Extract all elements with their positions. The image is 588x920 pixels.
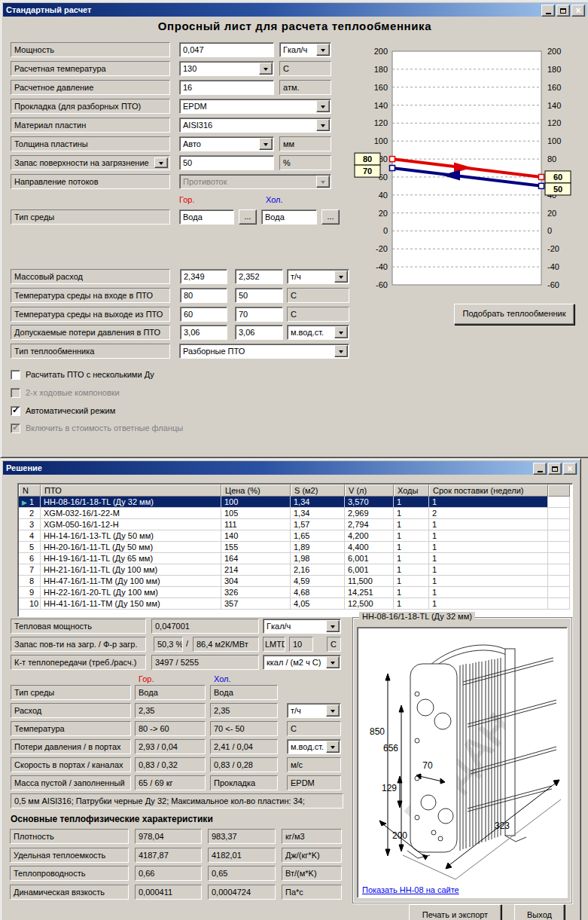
table-cell: НН-08-16/1-18-TL (Ду 32 мм) (41, 497, 221, 508)
table-row[interactable]: ▶1НН-08-16/1-18-TL (Ду 32 мм)1001,343,57… (19, 497, 571, 508)
mass-flow-unit-value: т/ч (291, 272, 301, 281)
temperature-unit-result: C (287, 721, 341, 736)
column-header[interactable]: V (л) (345, 484, 394, 497)
table-row[interactable]: 3XGM-050-16/1-12-H1111,572,79411 (19, 519, 571, 530)
label-heat-capacity: Удельная теплоемкость (10, 848, 129, 863)
temp-inlet-hot-input[interactable]: 80 (180, 288, 227, 303)
dropdown-arrow-icon[interactable] (326, 656, 340, 668)
calc-temperature-unit: C (279, 61, 331, 76)
endpoint-marker[interactable] (390, 157, 395, 162)
hx-type-select[interactable]: Разборные ПТО (179, 344, 349, 359)
label-plate-thickness: Толщина пластины (11, 136, 170, 151)
print-export-button[interactable]: Печать и экспорт (409, 904, 501, 920)
dropdown-arrow-icon[interactable] (326, 620, 340, 632)
show-on-site-link[interactable]: Показать НН-08 на сайте (362, 885, 459, 894)
window-controls: × (540, 5, 585, 17)
label-power: Мощность (11, 42, 170, 57)
pressure-drop-hot-input[interactable]: 3,06 (180, 325, 227, 340)
maximize-button[interactable] (556, 5, 570, 17)
table-row[interactable]: 2XGM-032-16/1-22-M1051,342,96912 (19, 508, 571, 519)
titlebar-solution[interactable]: Решение × (3, 461, 578, 475)
power-unit-select[interactable]: Гкал/ч (279, 42, 331, 57)
column-header[interactable]: Цена (%) (221, 484, 291, 497)
dropdown-arrow-icon[interactable] (326, 705, 340, 717)
titlebar-standard-calc[interactable]: Стандартный расчет × (3, 3, 586, 17)
calc-pressure-input[interactable]: 16 (179, 80, 274, 95)
mass-flow-cold-input[interactable]: 2,352 (235, 269, 283, 284)
dropdown-arrow-icon[interactable] (334, 270, 348, 283)
minimize-button[interactable] (541, 5, 555, 17)
column-header[interactable]: S (м2) (291, 484, 345, 497)
medium-type-cold-browse-button[interactable]: ... (321, 209, 340, 225)
select-exchanger-button[interactable]: Подобрать теплообменник (454, 304, 574, 325)
label-conductivity: Теплопроводность (10, 866, 129, 881)
plate-material-select[interactable]: AISI316 (179, 118, 331, 133)
dropdown-arrow-icon[interactable] (316, 44, 330, 56)
table-row[interactable]: 7НН-21-16/1-11-TL (Ду 100 мм)2142,166,00… (19, 564, 571, 576)
surface-margin-input[interactable]: 50 (179, 155, 274, 170)
calc-temperature-select[interactable]: 130 (179, 61, 274, 76)
temp-inlet-cold-input[interactable]: 50 (235, 288, 283, 303)
column-header[interactable]: N (19, 484, 41, 497)
y-axis-tick-left: -60 (376, 280, 388, 289)
table-row[interactable]: 4НН-14-16/1-13-TL (Ду 50 мм)1401,654,200… (19, 530, 571, 542)
calc-temperature-value: 130 (183, 64, 197, 73)
table-header-row: NПТОЦена (%)S (м2)V (л)ХодыСрок поставки… (19, 484, 571, 497)
calc-pressure-unit: атм. (279, 80, 331, 95)
close-button[interactable]: × (571, 5, 585, 17)
dropdown-arrow-icon[interactable] (259, 63, 273, 75)
pressure-loss-unit-select[interactable]: м.вод.ст. (287, 739, 341, 754)
checkbox-include-flanges-label: Включить в стоимость ответные фланцы (26, 423, 183, 433)
dropdown-arrow-icon[interactable] (334, 326, 348, 338)
temp-outlet-hot-input[interactable]: 60 (180, 307, 227, 322)
table-row[interactable]: 8НН-47-16/1-11-TM (Ду 100 мм)3044,5911,5… (19, 576, 571, 587)
flow-unit-select[interactable]: т/ч (287, 703, 341, 718)
mass-flow-hot-input[interactable]: 2,349 (180, 269, 227, 284)
table-cell: 14,251 (345, 587, 394, 598)
column-header[interactable]: Срок поставки (недели) (429, 484, 548, 497)
medium-type-cold-input[interactable]: Вода (261, 209, 317, 225)
table-row[interactable]: 5НН-20-16/1-11-TL (Ду 50 мм)1551,894,400… (19, 542, 571, 553)
mass-flow-unit-select[interactable]: т/ч (287, 269, 349, 284)
dropdown-arrow-icon[interactable] (259, 138, 273, 150)
table-row[interactable]: 10НН-41-16/1-11-TM (Ду 150 мм)3574,0512,… (19, 598, 571, 610)
maximize-button[interactable] (548, 463, 562, 475)
endpoint-marker[interactable] (539, 174, 544, 179)
gasket-select[interactable]: EPDM (179, 99, 331, 114)
dropdown-arrow-icon[interactable] (316, 100, 330, 112)
plate-thickness-select[interactable]: Авто (179, 136, 274, 151)
close-button[interactable]: × (563, 463, 577, 475)
y-axis-tick-left: 120 (374, 118, 388, 127)
medium-type-hot-input[interactable]: Вода (179, 209, 234, 225)
maximize-icon (560, 8, 566, 14)
endpoint-marker[interactable] (539, 183, 544, 188)
dropdown-arrow-icon[interactable] (316, 119, 330, 131)
endpoint-marker[interactable] (390, 166, 395, 171)
minimize-button[interactable] (533, 463, 547, 475)
k-transfer-unit-select[interactable]: ккал / (м2 ч С) (263, 655, 341, 670)
table-row[interactable]: 9НН-22-16/1-20-TL (Ду 100 мм)3264,6814,2… (19, 587, 571, 598)
pressure-drop-unit-select[interactable]: м.вод.ст. (287, 325, 349, 340)
checkbox-include-flanges (11, 423, 20, 433)
dropdown-arrow-icon (316, 176, 330, 188)
label-medium-type: Тип среды (11, 209, 170, 225)
column-header[interactable]: Ходы (394, 484, 429, 497)
pressure-drop-cold-input[interactable]: 3,06 (235, 325, 283, 340)
dropdown-arrow-icon[interactable] (334, 345, 348, 357)
power-input[interactable]: 0,047 (179, 42, 274, 57)
dropdown-arrow-icon[interactable] (326, 741, 340, 753)
table-row[interactable]: 6НН-19-16/1-11-TL (Ду 65 мм)1641,986,001… (19, 553, 571, 564)
hot-column-header: Гор. (179, 195, 195, 204)
dropdown-arrow-icon[interactable] (154, 157, 168, 168)
checkbox-auto-mode[interactable] (11, 406, 20, 416)
checkbox-multi-du[interactable] (11, 370, 20, 380)
medium-type-hot-browse-button[interactable]: ... (239, 209, 257, 225)
column-header[interactable]: ПТО (41, 484, 221, 497)
table-cell: 1 (429, 497, 548, 508)
temp-outlet-cold-input[interactable]: 70 (235, 307, 283, 322)
heat-power-unit-select[interactable]: Гкал/ч (263, 619, 341, 634)
label-density: Плотность (10, 829, 129, 844)
surface-margin-label-select[interactable]: Запас поверхности на загрязнение (11, 155, 170, 170)
power-unit-value: Гкал/ч (283, 45, 307, 54)
exit-button[interactable]: Выход (514, 904, 565, 920)
